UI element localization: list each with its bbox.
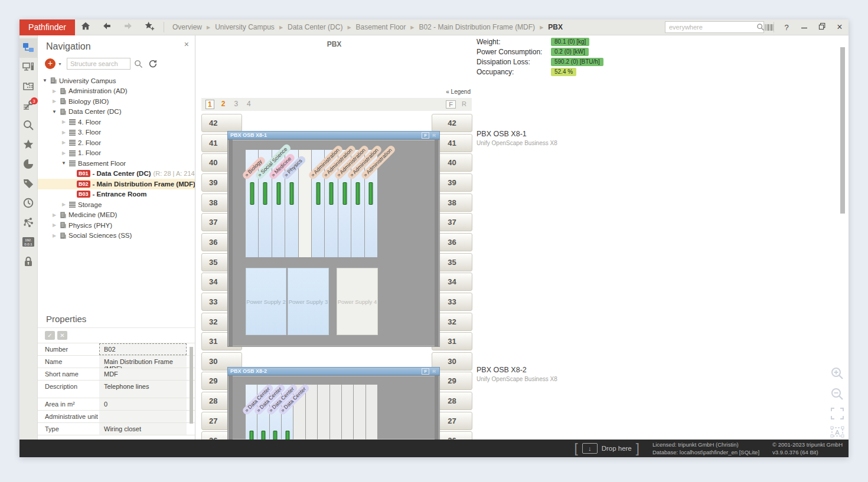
structure-search-input[interactable]: [67, 58, 130, 70]
label-tool-icon[interactable]: A: [830, 425, 844, 440]
rack-slot[interactable]: [259, 150, 271, 257]
tree-item[interactable]: ▶Biology (BIO): [38, 96, 195, 107]
rack-front-button[interactable]: F: [422, 132, 429, 139]
rack-slot[interactable]: [246, 150, 258, 257]
tree-item[interactable]: ▶Medicine (MED): [38, 210, 195, 221]
breadcrumb-item[interactable]: Overview: [172, 23, 202, 31]
expand-arrow-icon[interactable]: ▶: [51, 222, 58, 228]
properties-section-misc[interactable]: Misc.: [38, 435, 195, 440]
fit-to-screen-icon[interactable]: [830, 407, 844, 422]
rack-slot[interactable]: [257, 385, 269, 440]
close-button[interactable]: ×: [831, 19, 849, 35]
drop-here-target[interactable]: [ ↓ Drop here ]: [575, 442, 639, 455]
home-button[interactable]: [75, 19, 96, 35]
restore-button[interactable]: [813, 19, 831, 35]
expand-arrow-icon[interactable]: ▶: [60, 202, 67, 207]
navigation-close-icon[interactable]: ×: [184, 40, 189, 48]
equipment-name[interactable]: PBX OSB X8-2: [477, 366, 557, 374]
rack-rear-button[interactable]: R: [431, 133, 437, 138]
property-value[interactable]: [99, 411, 187, 422]
zoom-in-icon[interactable]: [830, 366, 845, 383]
rack-slot[interactable]: [282, 385, 293, 440]
tree-item[interactable]: ▶4. Floor: [38, 117, 195, 127]
property-value[interactable]: MDF: [99, 368, 187, 380]
tree-item[interactable]: ▼University Campus: [38, 76, 195, 86]
zoom-out-icon[interactable]: [830, 386, 845, 404]
global-search-input[interactable]: [665, 24, 756, 31]
expand-arrow-icon[interactable]: ▶: [60, 140, 67, 145]
power-supply-unit[interactable]: Power Supply 2: [246, 268, 286, 335]
rack-slot[interactable]: [365, 150, 377, 257]
expand-arrow-icon[interactable]: ▶: [51, 99, 58, 104]
rack-slot[interactable]: [325, 150, 337, 257]
add-structure-button[interactable]: +: [45, 58, 56, 69]
rack-slot[interactable]: [270, 385, 281, 440]
expand-arrow-icon[interactable]: ▶: [51, 233, 58, 238]
rack-slot[interactable]: [366, 385, 377, 440]
expand-arrow-icon[interactable]: ▶: [51, 212, 58, 218]
property-value[interactable]: Telephone lines: [99, 381, 187, 398]
collapse-arrow-icon[interactable]: ▼: [51, 109, 58, 114]
rack-slot[interactable]: [318, 385, 329, 440]
refresh-icon[interactable]: [147, 59, 159, 68]
toolbar-ip-addresses-button[interactable]: 192.0.0.1: [19, 233, 38, 253]
tree-item[interactable]: ▶Physics (PHY): [38, 220, 195, 231]
tree-item-b02[interactable]: B02- Main Distribution Frame (MDF)(R:: [38, 179, 195, 189]
toolbar-search-button[interactable]: [19, 116, 38, 136]
toolbar-history-button[interactable]: [19, 194, 38, 214]
toolbar-favorites-button[interactable]: [19, 136, 38, 155]
tree-item[interactable]: ▶2. Floor: [38, 137, 195, 148]
collapse-arrow-icon[interactable]: ▼: [60, 160, 67, 166]
tree-item[interactable]: ▶Social Sciences (SS): [38, 231, 195, 241]
help-button[interactable]: ?: [778, 19, 795, 35]
toolbar-tasks-button[interactable]: 3: [19, 97, 38, 116]
back-button[interactable]: [96, 19, 118, 35]
equipment-name[interactable]: PBX OSB X8-1: [477, 130, 557, 138]
barcode-icon[interactable]: [765, 24, 774, 31]
breadcrumb-item[interactable]: Data Center (DC): [288, 23, 342, 31]
search-icon[interactable]: [756, 23, 765, 31]
rack-title-bar[interactable]: PBX OSB X8-1 F R: [227, 131, 440, 139]
rack-slot[interactable]: [338, 150, 351, 257]
rack-slot[interactable]: [351, 150, 364, 257]
rack-slot[interactable]: [330, 385, 341, 440]
expand-arrow-icon[interactable]: ▶: [60, 119, 67, 124]
tree-item[interactable]: ▼Data Center (DC): [38, 107, 195, 117]
power-supply-unit[interactable]: Power Supply 3: [288, 268, 329, 335]
rack-pbx-osb-x8-2[interactable]: PBX OSB X8-2 F R » Data Center» Data Cen…: [227, 367, 440, 440]
tree-item-b01[interactable]: B01- Data Center (DC)(R: 28 | A: 2145 |: [38, 169, 195, 179]
rack-slot[interactable]: [299, 150, 311, 257]
add-dropdown-icon[interactable]: ▼: [58, 62, 62, 66]
rack-slot[interactable]: [312, 150, 324, 257]
breadcrumb-item[interactable]: PBX: [548, 23, 563, 31]
minimize-button[interactable]: [795, 19, 813, 35]
breadcrumb-item[interactable]: University Campus: [215, 23, 275, 31]
rack-slot[interactable]: [246, 385, 257, 440]
rack-front-button[interactable]: F: [422, 368, 429, 375]
breadcrumb-item[interactable]: B02 - Main Distribution Frame (MDF): [419, 23, 535, 31]
tree-item[interactable]: ▶Administration (AD): [38, 86, 195, 97]
main-scrollbar[interactable]: [840, 47, 845, 214]
toolbar-reports-button[interactable]: [19, 155, 38, 175]
property-value[interactable]: 0: [99, 398, 187, 410]
structure-search-icon[interactable]: [133, 60, 145, 68]
rack-title-bar[interactable]: PBX OSB X8-2 F R: [227, 367, 440, 375]
rack-rear-button[interactable]: R: [431, 369, 437, 374]
collapse-arrow-icon[interactable]: ▼: [41, 78, 48, 83]
expand-arrow-icon[interactable]: ▶: [60, 130, 67, 135]
tree-item[interactable]: ▼Basement Floor: [38, 158, 195, 169]
tree-item[interactable]: ▶1. Floor: [38, 148, 195, 159]
apply-button[interactable]: ✓: [45, 331, 55, 340]
properties-scrollbar[interactable]: [190, 347, 193, 424]
toolbar-connections-button[interactable]: [19, 214, 38, 233]
rack-slot[interactable]: [342, 385, 353, 440]
property-value[interactable]: B02: [99, 343, 187, 355]
rack-slot[interactable]: [354, 385, 365, 440]
toolbar-tags-button[interactable]: [19, 175, 38, 194]
rack-pbx-osb-x8-1[interactable]: PBX OSB X8-1 F R » Biology» Social Scien…: [227, 131, 440, 347]
forward-button[interactable]: [118, 19, 139, 35]
rack-slot[interactable]: [306, 385, 317, 440]
expand-arrow-icon[interactable]: ▶: [51, 88, 58, 94]
toolbar-security-button[interactable]: [19, 253, 38, 272]
power-supply-unit[interactable]: Power Supply 4: [337, 268, 378, 335]
